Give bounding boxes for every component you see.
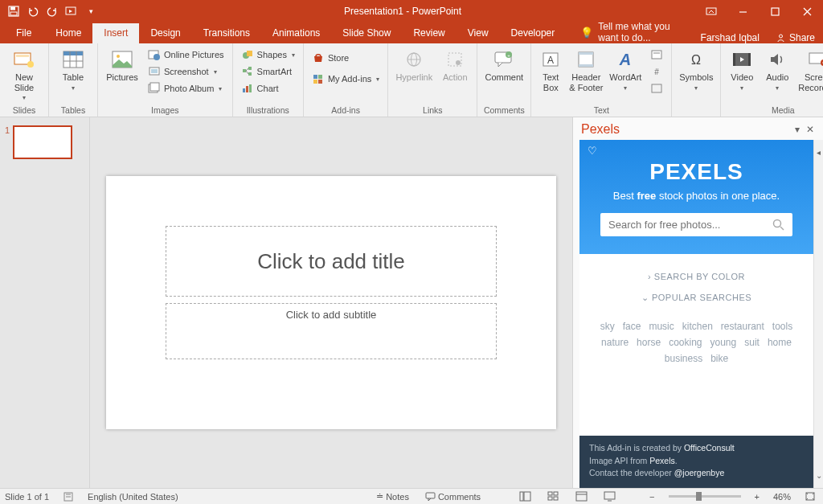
slide-indicator[interactable]: Slide 1 of 1 [5, 492, 49, 502]
popular-searches-link[interactable]: ⌄ POPULAR SEARCHES [588, 293, 805, 303]
my-addins-button[interactable]: My Add-ins▾ [309, 71, 383, 87]
undo-button[interactable] [24, 2, 42, 20]
tag-link[interactable]: tools [772, 321, 792, 332]
notes-button[interactable]: ≐Notes [374, 491, 412, 502]
comment-button[interactable]: + Comment [482, 47, 526, 83]
slide-thumbnail[interactable]: 1 [5, 125, 84, 159]
tag-link[interactable]: horse [637, 337, 661, 348]
textbox-button[interactable]: A Text Box [536, 47, 565, 92]
tab-view[interactable]: View [457, 23, 500, 43]
developer-link[interactable]: @joergenbye [674, 468, 725, 477]
pictures-button[interactable]: Pictures [103, 47, 141, 83]
tab-slideshow[interactable]: Slide Show [331, 23, 402, 43]
pexels-searchbox[interactable] [600, 213, 792, 236]
pane-menu-button[interactable]: ▾ [791, 124, 804, 135]
svg-rect-14 [63, 51, 83, 55]
tag-link[interactable]: restaurant [721, 321, 764, 332]
pexels-addin: ♡ PEXELS Best free stock photos in one p… [579, 140, 813, 488]
tag-link[interactable]: young [710, 337, 737, 348]
ribbon-options-button[interactable] [706, 6, 727, 16]
tab-insert[interactable]: Insert [92, 23, 139, 43]
tag-link[interactable]: cooking [669, 337, 702, 348]
object-button[interactable] [647, 80, 666, 96]
share-button[interactable]: Share [768, 32, 823, 43]
zoom-out-button[interactable]: − [647, 492, 657, 502]
tell-me-search[interactable]: 💡 Tell me what you want to do... [566, 21, 692, 43]
tag-link[interactable]: sky [600, 321, 615, 332]
screen-recording-button[interactable]: Screen Recording [796, 47, 823, 92]
tag-link[interactable]: nature [601, 337, 629, 348]
save-button[interactable] [5, 2, 23, 20]
slide-number-button[interactable]: # [647, 64, 666, 80]
search-icon[interactable] [772, 219, 784, 231]
online-pictures-button[interactable]: Online Pictures [145, 47, 227, 63]
normal-view-button[interactable] [517, 491, 534, 502]
officeconsult-link[interactable]: OfficeConsult [684, 443, 735, 453]
pexels-link[interactable]: Pexels [649, 456, 675, 465]
redo-button[interactable] [43, 2, 61, 20]
tag-link[interactable]: kitchen [682, 321, 713, 332]
store-button[interactable]: Store [309, 50, 383, 66]
tab-home[interactable]: Home [44, 23, 92, 43]
svg-rect-73 [548, 492, 552, 495]
minimize-button[interactable] [727, 0, 759, 23]
tag-link[interactable]: home [768, 337, 792, 348]
wordart-button[interactable]: A WordArt ▾ [607, 47, 644, 92]
slide-sorter-button[interactable] [545, 491, 562, 502]
tab-design[interactable]: Design [139, 23, 191, 43]
zoom-slider[interactable] [669, 495, 741, 498]
language-indicator[interactable]: English (United States) [88, 492, 178, 502]
shapes-button[interactable]: Shapes▾ [238, 47, 298, 63]
thumbnail-preview[interactable] [13, 125, 72, 159]
search-by-color-link[interactable]: › SEARCH BY COLOR [588, 272, 805, 281]
reading-view-button[interactable] [573, 491, 590, 502]
slideshow-view-button[interactable] [601, 491, 618, 502]
smartart-button[interactable]: SmartArt [238, 64, 298, 80]
tab-review[interactable]: Review [402, 23, 456, 43]
zoom-slider-handle[interactable] [696, 492, 702, 501]
zoom-level[interactable]: 46% [773, 492, 791, 502]
chart-button[interactable]: Chart [238, 80, 298, 96]
symbols-button[interactable]: Ω Symbols ▾ [677, 47, 715, 92]
tab-developer[interactable]: Developer [500, 23, 567, 43]
close-button[interactable] [791, 0, 823, 23]
hyperlink-button[interactable]: Hyperlink [393, 47, 435, 83]
comments-button[interactable]: Comments [423, 492, 483, 502]
maximize-button[interactable] [759, 0, 791, 23]
start-slideshow-button[interactable] [63, 2, 80, 20]
pane-close-button[interactable]: ✕ [804, 124, 817, 135]
tag-link[interactable]: bike [710, 353, 728, 364]
video-button[interactable]: Video ▾ [726, 47, 758, 92]
subtitle-placeholder[interactable]: Click to add subtitle [166, 303, 497, 359]
favorite-icon[interactable]: ♡ [588, 145, 597, 157]
search-input[interactable] [608, 219, 772, 231]
pane-scroll-up[interactable]: ◂ [813, 140, 823, 157]
tab-transitions[interactable]: Transitions [192, 23, 261, 43]
zoom-in-button[interactable]: + [752, 492, 762, 502]
user-menu[interactable]: Farshad Iqbal [693, 32, 768, 43]
screenshot-button[interactable]: Screenshot▾ [145, 64, 227, 80]
table-button[interactable]: Table ▾ [54, 47, 92, 92]
tag-link[interactable]: suit [744, 337, 760, 348]
audio-button[interactable]: Audio ▾ [761, 47, 793, 92]
action-button[interactable]: Action [438, 47, 472, 83]
tag-link[interactable]: music [649, 321, 674, 332]
new-slide-button[interactable]: New Slide ▾ [5, 47, 43, 101]
qat-customize-button[interactable]: ▾ [82, 2, 100, 20]
slide[interactable]: Click to add title Click to add subtitle [106, 176, 556, 429]
tab-animations[interactable]: Animations [261, 23, 331, 43]
tag-link[interactable]: business [665, 353, 702, 364]
slide-thumbnails-panel[interactable]: 1 [0, 117, 90, 488]
window-controls [727, 0, 823, 23]
slide-canvas-area[interactable]: Click to add title Click to add subtitle [90, 117, 572, 488]
date-time-button[interactable] [647, 47, 666, 63]
header-footer-button[interactable]: Header & Footer [568, 47, 604, 92]
photo-album-button[interactable]: Photo Album▾ [145, 80, 227, 96]
tag-link[interactable]: face [623, 321, 641, 332]
pexels-footer: This Add-in is created by OfficeConsult … [579, 436, 813, 488]
title-placeholder[interactable]: Click to add title [166, 226, 497, 297]
pane-scroll-down[interactable]: ⌄ [813, 157, 823, 488]
file-tab[interactable]: File [3, 23, 44, 43]
spellcheck-button[interactable] [60, 491, 76, 502]
fit-to-window-button[interactable] [802, 491, 818, 502]
